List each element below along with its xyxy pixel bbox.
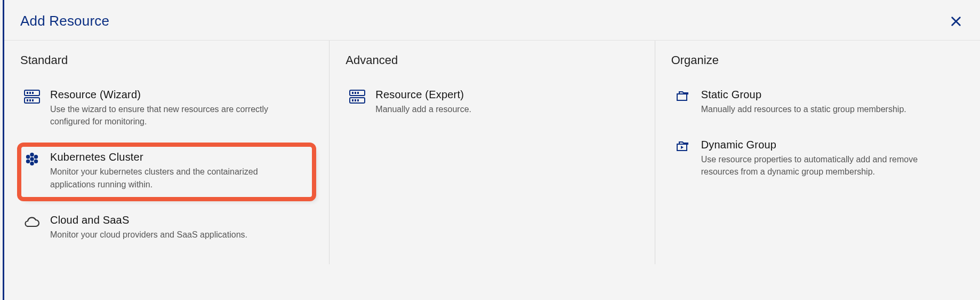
option-title: Dynamic Group [701,139,925,151]
modal-columns: Standard Resource (Wizard) Use the wizar… [4,41,980,264]
server-icon [23,90,41,107]
column-standard: Standard Resource (Wizard) Use the wizar… [4,41,329,264]
option-title: Resource (Wizard) [50,89,274,101]
option-desc: Manually add resources to a static group… [701,103,906,115]
svg-point-13 [26,160,30,163]
svg-point-10 [30,162,34,165]
option-title: Static Group [701,89,906,101]
svg-rect-5 [27,99,28,101]
column-title: Advanced [346,53,638,67]
svg-point-14 [34,160,38,163]
svg-rect-19 [357,92,359,94]
column-advanced: Advanced Resource (Expert) Manually add … [329,41,654,264]
svg-rect-17 [352,92,354,94]
server-icon [349,90,366,107]
folder-play-icon [674,140,692,157]
svg-point-9 [30,153,34,156]
option-title: Kubernetes Cluster [50,151,274,163]
svg-rect-4 [32,92,34,94]
svg-rect-20 [352,99,354,101]
svg-rect-22 [357,99,359,101]
svg-point-8 [30,157,34,161]
column-organize: Organize Static Group Manually add resou… [655,41,980,264]
modal-header: Add Resource [4,0,980,41]
svg-rect-2 [27,92,28,94]
option-desc: Monitor your cloud providers and SaaS ap… [50,228,247,241]
svg-rect-7 [32,99,34,101]
modal-title: Add Resource [20,13,109,29]
column-title: Standard [20,53,313,67]
svg-rect-18 [355,92,356,94]
option-desc: Use resource properties to automatically… [701,153,925,178]
option-resource-expert[interactable]: Resource (Expert) Manually add a resourc… [346,83,638,123]
add-resource-modal: Add Resource Standard Re [3,0,980,300]
option-resource-wizard[interactable]: Resource (Wizard) Use the wizard to ensu… [20,83,313,135]
close-button[interactable] [948,13,964,29]
svg-rect-21 [355,99,356,101]
folder-stack-icon [674,90,692,107]
cloud-icon [23,215,41,232]
option-desc: Manually add a resource. [375,103,471,115]
svg-point-12 [34,155,38,159]
option-dynamic-group[interactable]: Dynamic Group Use resource properties to… [671,133,964,185]
close-icon [950,15,962,27]
kubernetes-icon [23,152,41,169]
column-title: Organize [671,53,964,67]
option-desc: Monitor your kubernetes clusters and the… [50,165,274,190]
option-title: Resource (Expert) [375,89,471,101]
option-static-group[interactable]: Static Group Manually add resources to a… [671,83,964,123]
svg-rect-6 [29,99,31,101]
option-cloud-saas[interactable]: Cloud and SaaS Monitor your cloud provid… [20,209,313,248]
svg-rect-3 [29,92,31,94]
option-title: Cloud and SaaS [50,214,247,226]
option-desc: Use the wizard to ensure that new resour… [50,103,274,128]
svg-point-11 [26,155,30,159]
option-kubernetes-cluster[interactable]: Kubernetes Cluster Monitor your kubernet… [20,146,313,198]
